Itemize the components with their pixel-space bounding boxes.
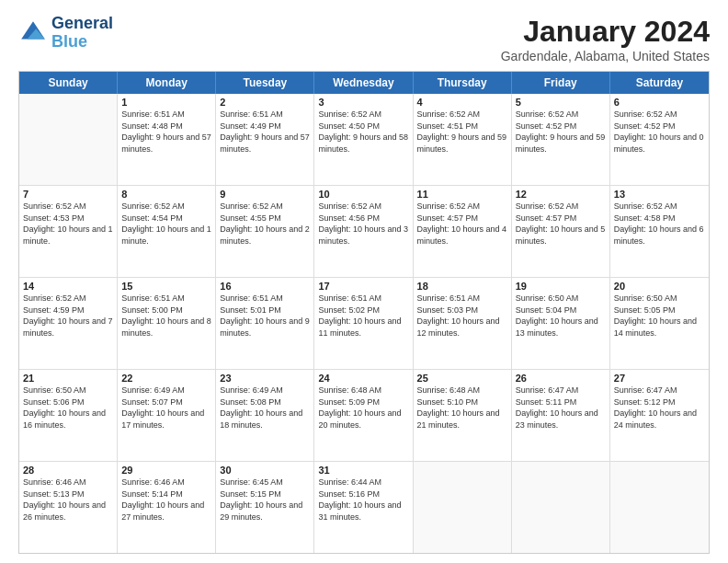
calendar-cell-r2-c6: 20Sunrise: 6:50 AM Sunset: 5:05 PM Dayli… xyxy=(610,278,709,369)
day-number: 17 xyxy=(318,281,408,292)
calendar-cell-r3-c4: 25Sunrise: 6:48 AM Sunset: 5:10 PM Dayli… xyxy=(414,370,512,461)
calendar-cell-r1-c4: 11Sunrise: 6:52 AM Sunset: 4:57 PM Dayli… xyxy=(414,186,512,277)
day-info: Sunrise: 6:52 AM Sunset: 4:50 PM Dayligh… xyxy=(318,109,408,155)
day-info: Sunrise: 6:51 AM Sunset: 5:01 PM Dayligh… xyxy=(220,293,310,339)
day-info: Sunrise: 6:52 AM Sunset: 4:51 PM Dayligh… xyxy=(417,109,507,155)
day-info: Sunrise: 6:47 AM Sunset: 5:11 PM Dayligh… xyxy=(516,385,606,431)
calendar-cell-r1-c3: 10Sunrise: 6:52 AM Sunset: 4:56 PM Dayli… xyxy=(314,186,413,277)
day-number: 28 xyxy=(23,465,113,476)
day-number: 8 xyxy=(121,189,211,200)
calendar-cell-r4-c1: 29Sunrise: 6:46 AM Sunset: 5:14 PM Dayli… xyxy=(118,462,216,553)
day-number: 11 xyxy=(417,189,507,200)
header-saturday: Saturday xyxy=(610,72,709,94)
day-info: Sunrise: 6:52 AM Sunset: 4:52 PM Dayligh… xyxy=(614,109,705,155)
day-number: 7 xyxy=(23,189,113,200)
day-number: 25 xyxy=(417,373,507,384)
calendar-cell-r2-c4: 18Sunrise: 6:51 AM Sunset: 5:03 PM Dayli… xyxy=(414,278,512,369)
calendar-cell-r1-c6: 13Sunrise: 6:52 AM Sunset: 4:58 PM Dayli… xyxy=(610,186,709,277)
calendar-header: Sunday Monday Tuesday Wednesday Thursday… xyxy=(19,72,709,94)
day-info: Sunrise: 6:48 AM Sunset: 5:10 PM Dayligh… xyxy=(417,385,507,431)
calendar-row-4: 28Sunrise: 6:46 AM Sunset: 5:13 PM Dayli… xyxy=(19,462,709,553)
calendar-cell-r4-c4 xyxy=(414,462,512,553)
day-number: 18 xyxy=(417,281,507,292)
calendar-cell-r0-c2: 2Sunrise: 6:51 AM Sunset: 4:49 PM Daylig… xyxy=(216,94,314,185)
day-info: Sunrise: 6:50 AM Sunset: 5:05 PM Dayligh… xyxy=(614,293,705,339)
calendar-cell-r2-c2: 16Sunrise: 6:51 AM Sunset: 5:01 PM Dayli… xyxy=(216,278,314,369)
day-info: Sunrise: 6:51 AM Sunset: 5:03 PM Dayligh… xyxy=(417,293,507,339)
calendar-cell-r0-c5: 5Sunrise: 6:52 AM Sunset: 4:52 PM Daylig… xyxy=(512,94,610,185)
day-info: Sunrise: 6:51 AM Sunset: 4:49 PM Dayligh… xyxy=(220,109,310,155)
logo: General Blue xyxy=(18,15,113,52)
day-number: 20 xyxy=(614,281,705,292)
day-info: Sunrise: 6:52 AM Sunset: 4:55 PM Dayligh… xyxy=(220,201,310,247)
day-info: Sunrise: 6:49 AM Sunset: 5:07 PM Dayligh… xyxy=(121,385,211,431)
calendar-cell-r3-c3: 24Sunrise: 6:48 AM Sunset: 5:09 PM Dayli… xyxy=(314,370,413,461)
calendar-row-2: 14Sunrise: 6:52 AM Sunset: 4:59 PM Dayli… xyxy=(19,278,709,370)
calendar-cell-r3-c6: 27Sunrise: 6:47 AM Sunset: 5:12 PM Dayli… xyxy=(610,370,709,461)
day-number: 31 xyxy=(318,465,408,476)
header: General Blue January 2024 Gardendale, Al… xyxy=(18,15,710,63)
calendar-cell-r1-c2: 9Sunrise: 6:52 AM Sunset: 4:55 PM Daylig… xyxy=(216,186,314,277)
day-info: Sunrise: 6:52 AM Sunset: 4:57 PM Dayligh… xyxy=(516,201,606,247)
calendar-cell-r1-c1: 8Sunrise: 6:52 AM Sunset: 4:54 PM Daylig… xyxy=(118,186,216,277)
day-info: Sunrise: 6:47 AM Sunset: 5:12 PM Dayligh… xyxy=(614,385,705,431)
day-number: 6 xyxy=(614,97,705,108)
day-info: Sunrise: 6:52 AM Sunset: 4:57 PM Dayligh… xyxy=(417,201,507,247)
day-number: 29 xyxy=(121,465,211,476)
logo-line2: Blue xyxy=(51,33,113,52)
calendar-cell-r4-c2: 30Sunrise: 6:45 AM Sunset: 5:15 PM Dayli… xyxy=(216,462,314,553)
calendar-cell-r3-c1: 22Sunrise: 6:49 AM Sunset: 5:07 PM Dayli… xyxy=(118,370,216,461)
calendar-cell-r0-c0 xyxy=(19,94,118,185)
day-number: 21 xyxy=(23,373,113,384)
calendar-cell-r2-c5: 19Sunrise: 6:50 AM Sunset: 5:04 PM Dayli… xyxy=(512,278,610,369)
day-info: Sunrise: 6:49 AM Sunset: 5:08 PM Dayligh… xyxy=(220,385,310,431)
day-info: Sunrise: 6:46 AM Sunset: 5:13 PM Dayligh… xyxy=(23,477,113,523)
day-info: Sunrise: 6:45 AM Sunset: 5:15 PM Dayligh… xyxy=(220,477,310,523)
page: General Blue January 2024 Gardendale, Al… xyxy=(0,0,728,563)
day-info: Sunrise: 6:50 AM Sunset: 5:06 PM Dayligh… xyxy=(23,385,113,431)
calendar-row-3: 21Sunrise: 6:50 AM Sunset: 5:06 PM Dayli… xyxy=(19,370,709,462)
logo-line1: General xyxy=(51,15,113,33)
day-info: Sunrise: 6:50 AM Sunset: 5:04 PM Dayligh… xyxy=(516,293,606,339)
day-number: 14 xyxy=(23,281,113,292)
calendar-cell-r0-c3: 3Sunrise: 6:52 AM Sunset: 4:50 PM Daylig… xyxy=(314,94,413,185)
logo-icon xyxy=(18,18,48,48)
calendar-cell-r1-c0: 7Sunrise: 6:52 AM Sunset: 4:53 PM Daylig… xyxy=(19,186,118,277)
logo-text: General Blue xyxy=(51,15,113,52)
calendar-cell-r0-c6: 6Sunrise: 6:52 AM Sunset: 4:52 PM Daylig… xyxy=(610,94,709,185)
day-number: 15 xyxy=(121,281,211,292)
day-info: Sunrise: 6:52 AM Sunset: 4:53 PM Dayligh… xyxy=(23,201,113,247)
calendar-cell-r1-c5: 12Sunrise: 6:52 AM Sunset: 4:57 PM Dayli… xyxy=(512,186,610,277)
calendar-cell-r3-c5: 26Sunrise: 6:47 AM Sunset: 5:11 PM Dayli… xyxy=(512,370,610,461)
calendar-cell-r0-c4: 4Sunrise: 6:52 AM Sunset: 4:51 PM Daylig… xyxy=(414,94,512,185)
calendar-cell-r4-c5 xyxy=(512,462,610,553)
day-number: 27 xyxy=(614,373,705,384)
title-block: January 2024 Gardendale, Alabama, United… xyxy=(501,15,710,63)
header-friday: Friday xyxy=(512,72,610,94)
day-number: 16 xyxy=(220,281,310,292)
calendar-cell-r0-c1: 1Sunrise: 6:51 AM Sunset: 4:48 PM Daylig… xyxy=(118,94,216,185)
header-sunday: Sunday xyxy=(19,72,118,94)
day-number: 23 xyxy=(220,373,310,384)
day-number: 10 xyxy=(318,189,408,200)
day-number: 30 xyxy=(220,465,310,476)
day-info: Sunrise: 6:44 AM Sunset: 5:16 PM Dayligh… xyxy=(318,477,408,523)
day-info: Sunrise: 6:51 AM Sunset: 5:00 PM Dayligh… xyxy=(121,293,211,339)
day-number: 26 xyxy=(516,373,606,384)
calendar: Sunday Monday Tuesday Wednesday Thursday… xyxy=(18,71,710,554)
header-tuesday: Tuesday xyxy=(216,72,314,94)
day-number: 5 xyxy=(516,97,606,108)
month-title: January 2024 xyxy=(501,15,710,49)
calendar-row-1: 7Sunrise: 6:52 AM Sunset: 4:53 PM Daylig… xyxy=(19,186,709,278)
day-number: 9 xyxy=(220,189,310,200)
day-number: 12 xyxy=(516,189,606,200)
calendar-cell-r4-c6 xyxy=(610,462,709,553)
day-info: Sunrise: 6:46 AM Sunset: 5:14 PM Dayligh… xyxy=(121,477,211,523)
day-info: Sunrise: 6:52 AM Sunset: 4:58 PM Dayligh… xyxy=(614,201,705,247)
calendar-cell-r2-c1: 15Sunrise: 6:51 AM Sunset: 5:00 PM Dayli… xyxy=(118,278,216,369)
day-info: Sunrise: 6:51 AM Sunset: 5:02 PM Dayligh… xyxy=(318,293,408,339)
day-info: Sunrise: 6:52 AM Sunset: 4:56 PM Dayligh… xyxy=(318,201,408,247)
header-wednesday: Wednesday xyxy=(314,72,413,94)
calendar-cell-r2-c0: 14Sunrise: 6:52 AM Sunset: 4:59 PM Dayli… xyxy=(19,278,118,369)
day-number: 2 xyxy=(220,97,310,108)
